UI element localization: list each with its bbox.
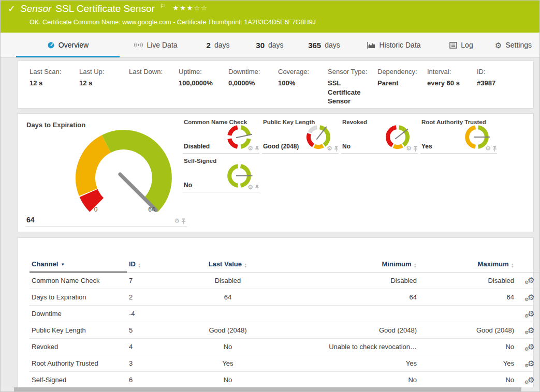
tab-overview[interactable]: Overview [16,33,120,57]
horizontal-scrollbar-thumb[interactable] [14,387,521,391]
tab-label: Overview [59,41,89,49]
small-gauge-value: Yes [421,143,432,150]
small-gauge-value: Good (2048) [263,143,299,150]
tab-label: days [325,41,340,49]
horizontal-scrollbar[interactable] [1,387,539,391]
sort-icon: ▲▼ [244,263,247,268]
info-label: Downtime: [228,68,278,76]
tab-log[interactable]: Log [435,33,487,57]
cell-maximum: Yes [419,355,516,372]
gear-icon[interactable]: ⚙ [174,218,180,224]
channel-settings-icon[interactable]: ⚙⚙ [528,343,534,351]
cell-minimum: Yes [279,355,419,372]
cell-id: 6 [127,372,177,388]
tab-2-days[interactable]: 2days [192,33,244,57]
channel-table: Channel▼ID▲▼Last Value▲▼Minimum▲▼Maximum… [30,258,540,388]
channel-settings-icon[interactable]: ⚙⚙ [528,359,534,367]
cell-channel: Days to Expiration [30,289,127,306]
table-row: Common Name Check7DisabledDisabledDisabl… [30,272,540,289]
info-label: Last Down: [129,68,179,76]
pin-icon[interactable] [255,185,259,190]
prtg-sensor-page: { "header": { "status_icon": "✓", "kind_… [0,0,540,392]
pin-icon[interactable] [492,146,497,152]
table-row: Public Key Length5Good (2048)Good (2048)… [30,322,540,339]
tab-30-days[interactable]: 30days [244,33,296,57]
column-header-channel[interactable]: Channel▼ [30,258,127,272]
column-header-last[interactable]: Last Value▲▼ [177,258,279,272]
cell-last-value: No [177,372,279,388]
channel-table-panel: Channel▼ID▲▼Last Value▲▼Minimum▲▼Maximum… [18,237,534,389]
cell-last-value: 64 [177,289,279,306]
status-ok-icon: ✓ [8,3,16,14]
chart-icon [367,42,375,49]
status-header: ✓ Sensor SSL Certificate Sensor ⚐ ★★★☆☆ … [1,1,539,33]
gear-icon[interactable]: ⚙ [327,145,332,152]
main-gauge-days-to-expiration: Days to Expiration 064 64 ⚙ [25,120,187,227]
tab-live-data[interactable]: Live Data [120,33,192,57]
tab-label: Live Data [147,41,177,49]
cell-maximum: Disabled [419,272,516,289]
channel-settings-icon[interactable]: ⚙⚙ [528,326,534,334]
info-item: Last Up:12 s [79,68,129,108]
small-gauge-title: Self-Signed [184,158,216,164]
small-gauge-value: No [184,182,192,189]
sort-icon: ▲▼ [414,263,417,268]
priority-stars[interactable]: ★★★☆☆ [173,4,208,12]
cell-minimum: Good (2048) [279,322,419,339]
column-header-id[interactable]: ID▲▼ [127,258,177,272]
channel-settings-icon[interactable]: ⚙⚙ [528,293,534,301]
info-label: Sensor Type: [328,68,377,76]
cell-channel: Downtime [30,306,127,322]
gauge-actions: ⚙ [247,145,259,152]
small-gauge-common-name-check: Common Name CheckDisabled⚙ [183,119,259,154]
tab-settings[interactable]: ⚙Settings [487,33,539,57]
channel-settings-icon[interactable]: ⚙⚙ [528,276,534,284]
info-label: Coverage: [278,68,328,76]
tab-365-days[interactable]: 365days [296,33,353,57]
tab-bar: OverviewLive Data2days30days365daysHisto… [1,33,539,58]
column-header-actions [516,258,540,272]
pin-icon[interactable] [334,146,339,152]
tab-label: days [268,41,284,49]
channel-settings-icon[interactable]: ⚙⚙ [528,310,534,318]
cell-minimum: No [279,372,419,388]
tab-historic-data[interactable]: Historic Data [353,33,435,57]
gauge-actions: ⚙ [174,218,186,224]
channel-settings-icon[interactable]: ⚙⚙ [528,376,534,384]
gauge-icon [47,41,55,49]
pin-icon[interactable] [255,146,259,152]
small-gauge-revoked: RevokedNo⚙ [341,119,418,154]
table-header-row: Channel▼ID▲▼Last Value▲▼Minimum▲▼Maximum… [30,258,540,272]
small-gauge-self-signed: Self-SignedNo⚙ [183,158,259,192]
info-item: Dependency:Parent [377,68,427,108]
tab-number: 2 [207,41,211,50]
cell-id: 5 [127,322,177,339]
info-value: Parent [377,79,419,88]
status-message: OK. Certificate Common Name: www.google.… [30,19,316,26]
pin-icon[interactable] [181,218,186,224]
gear-icon[interactable]: ⚙ [406,145,412,152]
cell-id: 2 [127,289,177,306]
info-label: ID: [477,68,527,76]
pin-icon[interactable] [413,146,418,152]
gear-icon[interactable]: ⚙ [247,145,253,152]
gear-icon[interactable]: ⚙ [247,184,253,190]
gear-icon[interactable]: ⚙ [485,145,491,152]
cell-minimum: 64 [279,289,419,306]
info-label: Dependency: [377,68,427,76]
info-value: 100% [278,79,319,88]
flag-icon[interactable]: ⚐ [160,3,166,10]
sort-icon: ▲▼ [511,263,514,268]
tab-number: 30 [256,41,265,50]
info-label: Uptime: [179,68,228,76]
small-gauge-public-key-length: Public Key LengthGood (2048)⚙ [262,119,339,154]
sensor-kind-label: Sensor [20,3,51,14]
small-gauge-value: Disabled [184,143,210,150]
log-icon [449,42,457,49]
column-header-max[interactable]: Maximum▲▼ [419,258,516,272]
info-value: 12 s [79,79,121,88]
cell-last-value: Good (2048) [177,322,279,339]
column-header-min[interactable]: Minimum▲▼ [279,258,419,272]
info-item: Last Down: [129,68,179,108]
info-value: 12 s [30,79,71,88]
